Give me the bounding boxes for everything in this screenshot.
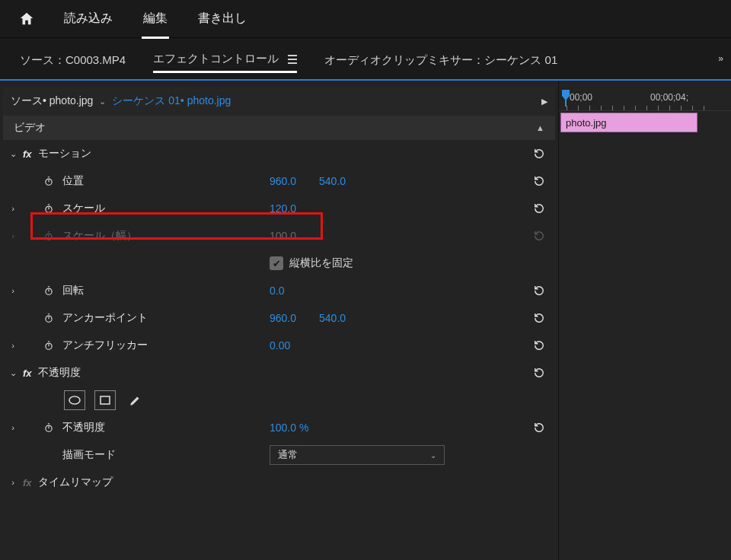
antiflicker-value[interactable]: 0.00 (270, 339, 290, 352)
opacity-value-label: 不透明度 (62, 421, 105, 434)
clip-label: photo.jpg (566, 117, 607, 129)
position-x-value[interactable]: 960.0 (270, 175, 296, 187)
chevron-down-icon[interactable]: ⌄ (8, 149, 18, 159)
pen-mask-icon[interactable] (125, 390, 146, 410)
time-remap-row: › fx タイムリマップ (3, 469, 555, 496)
opacity-value[interactable]: 100.0 % (270, 422, 308, 434)
playhead-icon[interactable] (560, 90, 571, 105)
chevron-right-icon[interactable]: › (8, 341, 18, 350)
reset-button[interactable] (532, 421, 546, 434)
time-remap-label[interactable]: タイムリマップ (38, 476, 113, 489)
properties-list: ⌄ fx モーション 位置 960.0 540.0 › (3, 140, 555, 496)
reset-button[interactable] (532, 284, 546, 298)
stopwatch-icon[interactable] (43, 313, 55, 323)
reset-button (532, 229, 546, 243)
antiflicker-row: › アンチフリッカー 0.00 (3, 332, 555, 359)
stopwatch-icon[interactable] (43, 176, 55, 186)
tab-export[interactable]: 書き出し (196, 3, 248, 34)
scale-width-values: 100.0 (270, 230, 296, 242)
timecode-end: 00;00;04; (650, 92, 688, 103)
reset-button[interactable] (532, 174, 546, 188)
motion-header-row: ⌄ fx モーション (3, 140, 555, 167)
collapse-triangle-icon[interactable]: ▲ (536, 123, 544, 132)
stopwatch-icon[interactable] (43, 285, 55, 296)
chevron-right-icon[interactable]: › (8, 286, 18, 295)
panel-menu-icon[interactable] (288, 55, 297, 64)
scale-label: スケール (62, 202, 105, 215)
anchor-x-value[interactable]: 960.0 (270, 312, 296, 324)
reset-button[interactable] (532, 147, 546, 161)
antiflicker-label: アンチフリッカー (62, 339, 148, 352)
mask-tools-row (3, 387, 555, 414)
position-label: 位置 (62, 174, 84, 188)
stopwatch-icon[interactable] (43, 422, 55, 433)
chevron-right-icon[interactable]: › (8, 423, 18, 432)
anchor-row: アンカーポイント 960.0 540.0 (3, 304, 555, 332)
play-icon[interactable]: ▶ (541, 97, 547, 107)
stopwatch-icon[interactable] (43, 203, 55, 214)
fx-badge-icon[interactable]: fx (23, 368, 32, 379)
rotation-label: 回転 (62, 284, 84, 298)
category-bar-video: ビデオ ▲ (3, 116, 555, 140)
stopwatch-icon (43, 231, 55, 241)
ruler-ticks (559, 104, 731, 110)
svg-point-6 (69, 396, 80, 404)
fx-badge-icon[interactable]: fx (23, 477, 32, 488)
time-ruler[interactable]: 00;00 00;00;04; (559, 87, 731, 111)
chevron-down-icon: ⌄ (430, 451, 436, 460)
source-clip-label: ソース• photo.jpg (11, 94, 93, 108)
clip-track: photo.jpg (559, 111, 731, 134)
home-icon[interactable] (18, 11, 35, 27)
chevron-right-icon[interactable]: › (8, 231, 18, 240)
tab-import[interactable]: 読み込み (62, 3, 114, 34)
chevron-right-icon[interactable]: › (8, 478, 18, 487)
blend-mode-row: 描画モード 通常 ⌄ (3, 441, 555, 469)
blend-mode-value: 通常 (278, 448, 298, 462)
scale-width-row: › スケール（幅） 100.0 (3, 222, 555, 250)
position-values: 960.0 540.0 (270, 175, 346, 187)
stopwatch-icon[interactable] (43, 340, 55, 351)
scale-width-value: 100.0 (270, 230, 296, 242)
panel-tab-effect-controls[interactable]: エフェクトコントロール (153, 52, 297, 73)
chevron-down-icon[interactable]: ⌄ (8, 368, 18, 378)
sequence-link[interactable]: シーケンス 01• photo.jpg (112, 94, 231, 108)
rotation-row: › 回転 0.0 (3, 277, 555, 304)
chevron-down-icon[interactable]: ⌄ (99, 97, 106, 107)
panel-tab-source[interactable]: ソース：C0003.MP4 (20, 53, 126, 72)
timeline-clip[interactable]: photo.jpg (560, 113, 697, 132)
rectangle-mask-icon[interactable] (94, 390, 116, 410)
rotation-value[interactable]: 0.0 (270, 285, 284, 297)
scale-row: › スケール 120.0 (3, 195, 555, 222)
category-label: ビデオ (14, 121, 46, 135)
position-row: 位置 960.0 540.0 (3, 167, 555, 195)
fx-badge-icon[interactable]: fx (23, 148, 32, 160)
timecode-start: 00;00 (570, 92, 592, 103)
panel-tab-label: エフェクトコントロール (153, 52, 279, 65)
workspace-body: ソース• photo.jpg ⌄ シーケンス 01• photo.jpg ▶ ビ… (0, 81, 731, 560)
chevron-right-icon[interactable]: › (8, 204, 18, 213)
panel-tabs: ソース：C0003.MP4 エフェクトコントロール オーディオクリップミキサー：… (0, 46, 731, 81)
opacity-header-row: ⌄ fx 不透明度 (3, 359, 555, 387)
scale-values: 120.0 (270, 202, 296, 215)
svg-rect-7 (101, 396, 110, 404)
source-row: ソース• photo.jpg ⌄ シーケンス 01• photo.jpg ▶ (3, 87, 555, 116)
opacity-label[interactable]: 不透明度 (38, 366, 81, 380)
uniform-scale-checkbox[interactable]: ✔ (270, 256, 283, 270)
reset-button[interactable] (532, 339, 546, 352)
tab-edit[interactable]: 編集 (142, 3, 169, 34)
blend-mode-label: 描画モード (62, 448, 116, 462)
motion-label[interactable]: モーション (38, 147, 91, 161)
reset-button[interactable] (532, 311, 546, 325)
keyframe-timeline: 00;00 00;00;04; photo.jpg (558, 81, 731, 560)
blend-mode-select[interactable]: 通常 ⌄ (270, 445, 445, 465)
panel-tab-audio-mixer[interactable]: オーディオクリップミキサー：シーケンス 01 (324, 53, 557, 72)
position-y-value[interactable]: 540.0 (319, 175, 346, 187)
scale-value[interactable]: 120.0 (270, 202, 296, 215)
overflow-chevron-icon[interactable]: » (718, 53, 723, 64)
reset-button[interactable] (532, 366, 546, 380)
effect-controls-panel: ソース• photo.jpg ⌄ シーケンス 01• photo.jpg ▶ ビ… (0, 81, 558, 560)
uniform-scale-label: 縦横比を固定 (289, 256, 353, 270)
reset-button[interactable] (532, 202, 546, 215)
ellipse-mask-icon[interactable] (64, 390, 85, 410)
anchor-y-value[interactable]: 540.0 (319, 312, 346, 324)
